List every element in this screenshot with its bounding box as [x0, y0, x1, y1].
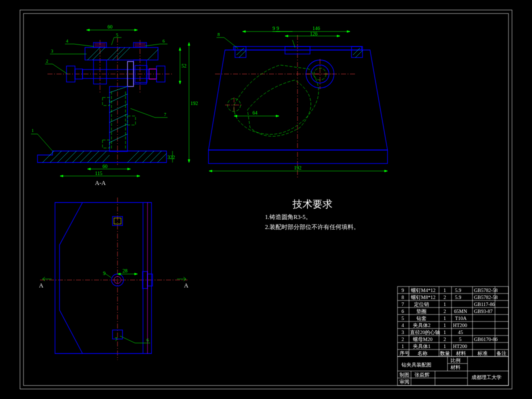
balloon-1: 1 [32, 128, 34, 133]
svg-line-39 [148, 50, 158, 60]
svg-line-25 [80, 151, 92, 162]
dim-322: 322 [168, 154, 175, 160]
svg-line-30 [135, 151, 146, 162]
dim-146: 146 [312, 26, 320, 31]
svg-line-23 [65, 151, 76, 162]
svg-text:GB117-86: GB117-86 [474, 302, 495, 307]
svg-text:螺母M20: 螺母M20 [413, 336, 432, 342]
svg-text:HT200: HT200 [453, 322, 467, 328]
svg-text:3: 3 [402, 330, 404, 335]
requirements-line-1: 1.铸造圆角R3-5。 [265, 214, 312, 220]
svg-line-27 [95, 151, 106, 162]
svg-line-26 [88, 151, 99, 162]
cad-canvas: 60 52 192 60 115 322 A-A 1 2 3 4 5 6 7 1… [0, 0, 532, 399]
balloon-6: 6 [162, 38, 165, 44]
svg-line-107 [120, 336, 135, 343]
svg-text:5: 5 [402, 316, 404, 321]
balloon-9: 9 [272, 26, 275, 31]
cut-a-right: A [184, 282, 188, 289]
svg-line-24 [72, 151, 84, 162]
dim-28: 28 [122, 268, 128, 274]
section-label-aa: A-A [95, 180, 106, 186]
dim-192-right: 192 [294, 165, 302, 170]
svg-text:定位销: 定位销 [414, 302, 429, 307]
svg-text:序号: 序号 [400, 350, 410, 356]
svg-text:4: 4 [402, 322, 404, 328]
svg-text:2: 2 [444, 308, 446, 314]
dim-60-top: 60 [108, 24, 112, 30]
svg-line-106 [105, 274, 111, 278]
svg-line-38 [118, 48, 130, 60]
svg-text:7: 7 [402, 302, 404, 307]
svg-line-31 [142, 151, 154, 162]
dim-64: 64 [252, 110, 258, 116]
svg-text:1: 1 [444, 322, 446, 328]
svg-line-20 [42, 151, 54, 162]
svg-text:1: 1 [444, 316, 446, 321]
svg-text:GB5782-58: GB5782-58 [474, 294, 498, 300]
drawn-by: 张焱辉 [414, 372, 430, 378]
svg-line-58 [74, 44, 94, 46]
view-front: 146 126 64 192 9 8 9 [208, 26, 388, 178]
svg-text:5.9: 5.9 [455, 288, 462, 293]
svg-line-32 [150, 151, 162, 162]
svg-rect-68 [208, 150, 388, 164]
svg-text:9: 9 [402, 288, 404, 293]
balloon-3: 3 [51, 48, 54, 54]
svg-text:备注: 备注 [496, 350, 506, 356]
svg-text:GB6170-86: GB6170-86 [474, 336, 498, 342]
svg-text:6: 6 [402, 308, 404, 314]
svg-line-21 [50, 151, 62, 162]
requirements-line-2: 2.装配时部分部位不许有任何填料。 [265, 224, 360, 230]
svg-text:螺钉M8*12: 螺钉M8*12 [411, 294, 436, 300]
svg-line-44 [110, 124, 128, 132]
svg-line-90 [224, 38, 238, 48]
balloon-4: 4 [66, 38, 68, 44]
balloon-5: 5 [116, 32, 118, 38]
balloon-8: 8 [218, 32, 220, 37]
svg-text:2: 2 [444, 336, 446, 342]
svg-line-37 [112, 48, 125, 60]
svg-text:1: 1 [402, 344, 404, 349]
svg-line-36 [108, 48, 120, 60]
svg-text:GB5782-58: GB5782-58 [474, 288, 498, 293]
svg-rect-17 [110, 86, 128, 152]
svg-line-35 [92, 48, 105, 60]
label-drawn: 制图 [400, 372, 410, 378]
svg-text:材料: 材料 [456, 350, 466, 356]
svg-text:8: 8 [402, 294, 404, 300]
label-checked: 审阅 [400, 379, 410, 384]
svg-line-41 [110, 94, 128, 102]
dim-126: 126 [310, 31, 318, 36]
svg-line-43 [110, 114, 128, 122]
svg-line-40 [110, 86, 128, 92]
svg-text:垫圈: 垫圈 [416, 308, 426, 314]
requirements-title: 技术要求 [292, 198, 332, 210]
svg-line-53 [38, 134, 52, 151]
svg-line-73 [236, 48, 244, 55]
dim-192-left: 192 [190, 100, 198, 106]
svg-text:GB93-87: GB93-87 [474, 308, 492, 314]
label-material: 材料 [450, 364, 460, 370]
svg-text:夹具体1: 夹具体1 [413, 344, 430, 349]
svg-text:数量: 数量 [440, 350, 450, 356]
svg-line-45 [110, 134, 128, 142]
svg-text:螺钉M4*12: 螺钉M4*12 [411, 288, 436, 293]
balloon-2: 2 [46, 58, 48, 64]
svg-text:1: 1 [444, 302, 446, 307]
svg-text:45: 45 [458, 330, 463, 335]
svg-text:名称: 名称 [418, 350, 428, 356]
label-school: 成都理工大学 [472, 374, 502, 380]
svg-line-34 [88, 48, 100, 60]
svg-text:HT200: HT200 [453, 344, 467, 349]
svg-text:5.9: 5.9 [455, 294, 462, 300]
svg-text:65MN: 65MN [454, 308, 467, 314]
svg-text:1: 1 [444, 288, 446, 293]
svg-text:5: 5 [459, 336, 462, 342]
view-plan: A A 28 9 7 6 [39, 198, 188, 360]
svg-text:2: 2 [444, 294, 446, 300]
svg-line-33 [158, 154, 166, 162]
drawing-title: 钻夹具装配图 [401, 362, 432, 368]
view-section-aa: 60 52 192 60 115 322 A-A 1 2 3 4 5 6 7 [31, 24, 198, 186]
svg-line-42 [110, 104, 128, 112]
